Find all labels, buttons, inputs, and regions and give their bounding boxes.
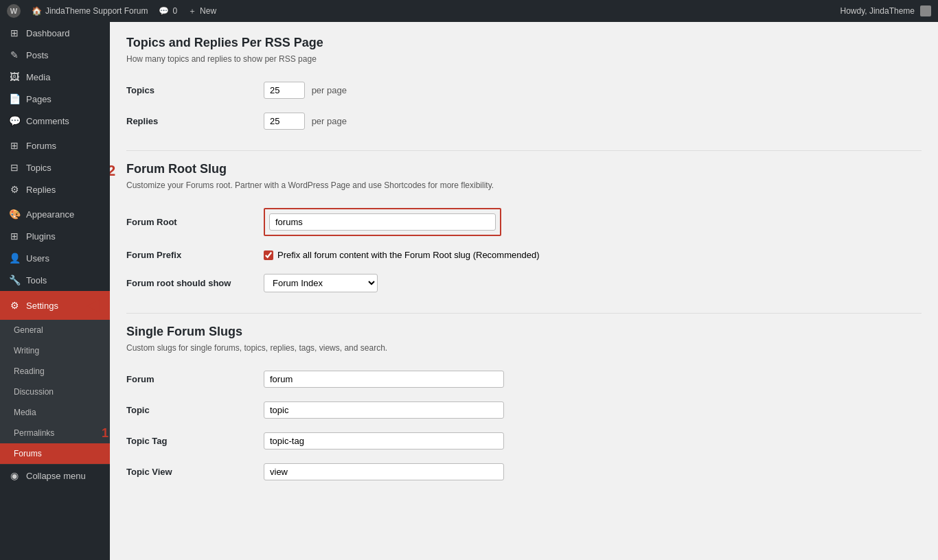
site-name-item[interactable]: 🏠 JindaTheme Support Forum xyxy=(32,6,148,16)
topic-slug-label: Topic xyxy=(126,405,150,415)
sidebar-item-users[interactable]: 👤 Users xyxy=(0,247,110,269)
sidebar-label-users: Users xyxy=(26,253,49,264)
sidebar-item-posts[interactable]: ✎ Posts xyxy=(0,44,110,66)
sidebar-item-dashboard[interactable]: ⊞ Dashboard xyxy=(0,22,110,44)
sidebar-item-media-sub[interactable]: Media xyxy=(0,402,110,423)
sidebar-label-pages: Pages xyxy=(26,94,52,104)
topics-row: Topics per page xyxy=(126,75,922,106)
posts-icon: ✎ xyxy=(8,49,21,60)
sidebar-item-topics[interactable]: ⊟ Topics xyxy=(0,156,110,178)
permalinks-label: Permalinks xyxy=(14,428,54,438)
collapse-icon: ◉ xyxy=(8,470,21,481)
forum-root-section: 2 Forum Root Slug Customize your Forums … xyxy=(126,162,922,299)
site-name: JindaTheme Support Forum xyxy=(45,6,148,16)
forums-settings-label: Forums xyxy=(14,449,42,458)
admin-avatar xyxy=(920,5,931,16)
plus-icon: ＋ xyxy=(188,5,196,17)
forum-prefix-label: Forum Prefix xyxy=(126,250,181,260)
general-label: General xyxy=(14,325,43,335)
sidebar-item-writing[interactable]: Writing xyxy=(0,340,110,361)
home-icon: 🏠 xyxy=(32,6,42,16)
replies-label: Replies xyxy=(126,116,158,126)
topic-slug-input[interactable] xyxy=(264,401,504,419)
single-forum-slugs-title: Single Forum Slugs xyxy=(126,325,922,339)
sidebar-label-media: Media xyxy=(26,72,50,82)
sidebar-item-forums-settings[interactable]: Forums xyxy=(0,443,110,464)
single-forum-slugs-table: Forum Topic Topic Tag xyxy=(126,364,922,487)
topics-input[interactable] xyxy=(264,82,305,99)
forum-root-input[interactable] xyxy=(269,213,496,231)
topic-tag-slug-label: Topic Tag xyxy=(126,436,167,446)
sidebar-item-replies[interactable]: ⚙ Replies xyxy=(0,178,110,200)
sidebar-item-comments[interactable]: 💬 Comments xyxy=(0,110,110,132)
comments-item[interactable]: 💬 0 xyxy=(159,6,177,16)
admin-bar: W 🏠 JindaTheme Support Forum 💬 0 ＋ New H… xyxy=(0,0,938,22)
sidebar-item-discussion[interactable]: Discussion xyxy=(0,382,110,402)
forum-slug-input[interactable] xyxy=(264,371,504,388)
sidebar-label-settings: Settings xyxy=(26,301,58,311)
settings-icon: ⚙ xyxy=(8,300,21,311)
sidebar-item-permalinks[interactable]: Permalinks 1 xyxy=(0,423,110,443)
forum-prefix-text: Prefix all forum content with the Forum … xyxy=(277,250,540,260)
forum-root-form-table: Forum Root Forum Prefix Prefix all forum… xyxy=(126,201,922,299)
sidebar: ⊞ Dashboard ✎ Posts 🖼 Media 📄 Pages 💬 Co… xyxy=(0,22,110,560)
topic-slug-row: Topic xyxy=(126,395,922,425)
howdy-text: Howdy, JindaTheme xyxy=(840,6,915,16)
sidebar-label-posts: Posts xyxy=(26,50,49,60)
sidebar-label-comments: Comments xyxy=(26,116,69,126)
rss-form-table: Topics per page Replies per page xyxy=(126,75,922,137)
sidebar-item-plugins[interactable]: ⊞ Plugins xyxy=(0,225,110,247)
topic-tag-slug-row: Topic Tag xyxy=(126,425,922,456)
forum-prefix-row-content: Prefix all forum content with the Forum … xyxy=(264,250,922,260)
forum-root-show-select[interactable]: Forum Index No forums index page xyxy=(264,274,378,292)
forums-icon: ⊞ xyxy=(8,140,21,151)
sidebar-item-settings[interactable]: ⚙ Settings ◀ xyxy=(0,291,110,320)
annotation-2: 2 xyxy=(110,162,115,180)
topics-per-page: per page xyxy=(312,85,347,95)
discussion-label: Discussion xyxy=(14,387,54,397)
plugins-icon: ⊞ xyxy=(8,231,21,242)
topic-view-slug-label: Topic View xyxy=(126,467,172,477)
sidebar-item-reading[interactable]: Reading xyxy=(0,361,110,382)
topic-tag-slug-input[interactable] xyxy=(264,432,504,450)
forum-prefix-checkbox[interactable] xyxy=(264,250,273,260)
forum-slug-label: Forum xyxy=(126,374,154,384)
users-icon: 👤 xyxy=(8,253,21,264)
rss-section-desc: How many topics and replies to show per … xyxy=(126,54,922,64)
sidebar-label-topics: Topics xyxy=(26,163,52,173)
sidebar-item-tools[interactable]: 🔧 Tools xyxy=(0,269,110,291)
sidebar-item-pages[interactable]: 📄 Pages xyxy=(0,88,110,110)
comment-count: 0 xyxy=(172,6,177,16)
topic-view-slug-row: Topic View xyxy=(126,456,922,487)
wp-logo-item[interactable]: W xyxy=(7,4,21,18)
writing-label: Writing xyxy=(14,346,39,355)
replies-input[interactable] xyxy=(264,113,305,130)
sidebar-item-media[interactable]: 🖼 Media xyxy=(0,66,110,88)
admin-bar-right: Howdy, JindaTheme xyxy=(840,5,932,16)
topics-label: Topics xyxy=(126,85,155,95)
dashboard-icon: ⊞ xyxy=(8,27,21,38)
tools-icon: 🔧 xyxy=(8,275,21,285)
forum-root-container xyxy=(264,208,501,236)
divider-2 xyxy=(126,313,922,314)
comments-icon: 💬 xyxy=(8,115,21,126)
media-icon: 🖼 xyxy=(8,71,21,82)
replies-per-page: per page xyxy=(312,116,347,126)
forum-slug-row: Forum xyxy=(126,364,922,395)
main-layout: ⊞ Dashboard ✎ Posts 🖼 Media 📄 Pages 💬 Co… xyxy=(0,22,938,560)
forum-root-row: Forum Root xyxy=(126,201,922,243)
forum-root-label: Forum Root xyxy=(126,217,177,227)
sidebar-item-general[interactable]: General xyxy=(0,320,110,340)
single-forum-slugs-section: Single Forum Slugs Custom slugs for sing… xyxy=(126,325,922,487)
media-sub-label: Media xyxy=(14,408,36,417)
sidebar-item-forums-nav[interactable]: ⊞ Forums xyxy=(0,135,110,156)
forum-root-show-label: Forum root should show xyxy=(126,278,231,288)
sidebar-collapse[interactable]: ◉ Collapse menu xyxy=(0,464,110,487)
collapse-label: Collapse menu xyxy=(26,471,86,481)
replies-icon: ⚙ xyxy=(8,184,21,195)
sidebar-label-tools: Tools xyxy=(26,275,47,285)
new-label: New xyxy=(200,6,216,16)
sidebar-item-appearance[interactable]: 🎨 Appearance xyxy=(0,203,110,225)
topic-view-slug-input[interactable] xyxy=(264,463,504,480)
new-item[interactable]: ＋ New xyxy=(188,5,216,17)
